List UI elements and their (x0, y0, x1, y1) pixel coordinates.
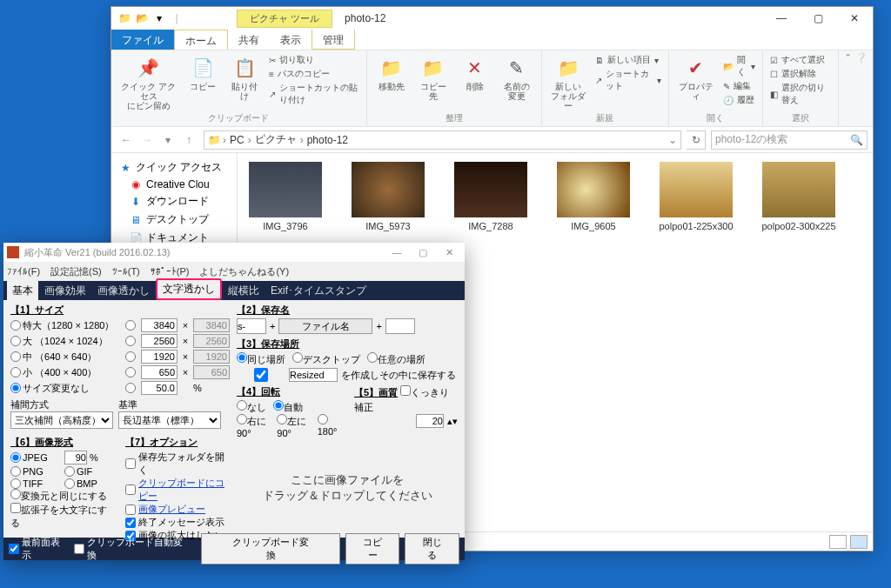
tab-manage[interactable]: 管理 (312, 30, 355, 50)
properties-button[interactable]: ✔プロパティ (676, 54, 715, 103)
file-item[interactable]: IMG_9605 (554, 162, 633, 231)
qat-dropdown-icon[interactable]: ▾ (151, 10, 167, 26)
help-icon[interactable]: ❔ (855, 52, 868, 63)
menu-channel[interactable]: よしだちゃんねる(Y) (199, 265, 289, 278)
downloads-node[interactable]: ⬇ダウンロード (115, 192, 233, 210)
refresh-button[interactable]: ↻ (687, 130, 706, 150)
drop-area[interactable]: ここに画像ファイルをドラッグ＆ドロップしてください (237, 442, 458, 534)
menu-support[interactable]: ｻﾎﾟｰﾄ(P) (151, 266, 190, 277)
upper-ext-checkbox[interactable]: 拡張子を大文字にする (10, 504, 107, 528)
create-folder-checkbox[interactable] (237, 368, 285, 382)
ribbon-collapse-icon[interactable]: ⌃ (844, 52, 852, 63)
close-button[interactable]: ✕ (836, 7, 873, 30)
size-nochange-radio[interactable]: サイズ変更なし (10, 382, 124, 395)
breadcrumb[interactable]: 📁› PC› ピクチャ› photo-12 ⌄ (204, 130, 681, 150)
recent-button[interactable]: ▾ (158, 130, 178, 150)
cut-button[interactable]: ✂切り取り (269, 54, 359, 66)
size-s-custom-radio[interactable] (125, 367, 136, 378)
preview-checkbox[interactable]: 画像プレビュー (125, 503, 228, 516)
delete-button[interactable]: ✕削除 (458, 54, 492, 93)
savename-prefix-field[interactable] (237, 318, 266, 334)
file-item[interactable]: polpo01-225x300 (657, 162, 735, 231)
move-to-button[interactable]: 📁移動先 (374, 54, 409, 93)
select-all-button[interactable]: ☑すべて選択 (770, 54, 831, 66)
format-png-radio[interactable]: PNG (10, 466, 61, 477)
history-button[interactable]: 🕗履歴 (723, 94, 755, 106)
quick-access-node[interactable]: ★クイック アクセス (115, 158, 233, 177)
base-select[interactable]: 長辺基準（標準） (118, 411, 221, 429)
loc-same-radio[interactable]: 同じ場所 (237, 352, 285, 366)
new-shortcut-button[interactable]: ↗ショートカット ▾ (595, 68, 661, 92)
pin-button[interactable]: 📌クイック アクセス にピン留め (118, 54, 178, 112)
close-app-button[interactable]: 閉じる (405, 533, 459, 565)
size-percent-radio[interactable] (125, 383, 136, 393)
maximize-button[interactable]: ▢ (800, 7, 836, 30)
file-item[interactable]: IMG_7288 (452, 162, 530, 231)
app-close-button[interactable]: ✕ (437, 247, 461, 258)
format-gif-radio[interactable]: GIF (64, 466, 115, 477)
tab-text-watermark[interactable]: 文字透かし (156, 278, 222, 300)
new-item-button[interactable]: 🗎新しい項目 ▾ (595, 54, 661, 66)
rotate-l90-radio[interactable]: 左に90° (277, 414, 310, 438)
size-l-radio[interactable]: 大 （1024 × 1024） (10, 335, 124, 348)
dropdown-icon[interactable]: ⌄ (668, 134, 677, 146)
explorer-titlebar[interactable]: 📁 📂 ▾ | ピクチャ ツール photo-12 — ▢ ✕ (111, 7, 873, 30)
size-percent-field[interactable] (141, 381, 178, 395)
size-l-custom-radio[interactable] (125, 336, 136, 346)
file-item[interactable]: IMG_3796 (246, 162, 325, 231)
edit-button[interactable]: ✎編集 (723, 80, 755, 92)
new-folder-button[interactable]: 📁新しい フォルダー (549, 54, 589, 112)
file-item[interactable]: polpo02-300x225 (760, 162, 838, 231)
file-item[interactable]: IMG_5973 (349, 162, 427, 231)
folder-name-field[interactable] (289, 368, 338, 382)
size-xl-w-field[interactable] (141, 318, 178, 332)
minimize-button[interactable]: — (763, 7, 800, 30)
open-button[interactable]: 📂開く ▾ (723, 54, 755, 78)
size-m-w-field[interactable] (141, 350, 178, 364)
tab-home[interactable]: ホーム (174, 30, 228, 50)
app-minimize-button[interactable]: — (385, 247, 409, 258)
menu-tool[interactable]: ﾂｰﾙ(T) (112, 266, 140, 277)
format-jpeg-radio[interactable]: JPEG (10, 451, 61, 464)
clipboard-copy-checkbox[interactable]: クリップボードにコピー (125, 477, 228, 503)
thumbnails-view-button[interactable] (850, 535, 868, 549)
size-m-radio[interactable]: 中 （640 × 640） (10, 351, 124, 364)
copy-button[interactable]: 📄コピー (185, 54, 220, 93)
format-bmp-radio[interactable]: BMP (64, 478, 115, 489)
copy-button[interactable]: コピー (345, 533, 400, 565)
menu-file[interactable]: ﾌｧｲﾙ(F) (7, 266, 40, 277)
back-button[interactable]: ← (117, 130, 136, 150)
jpeg-quality-field[interactable] (64, 451, 87, 464)
menu-settings[interactable]: 設定記憶(S) (50, 265, 102, 278)
topmost-checkbox[interactable]: 最前面表示 (9, 536, 69, 562)
autoclip-checkbox[interactable]: クリップボード自動変換 (74, 536, 191, 562)
format-tiff-radio[interactable]: TIFF (10, 478, 61, 489)
size-s-radio[interactable]: 小 （400 × 400） (10, 366, 124, 379)
picture-tools-context-tab[interactable]: ピクチャ ツール (237, 10, 332, 28)
rename-button[interactable]: ✎名前の 変更 (499, 54, 534, 103)
quality-value-field[interactable] (416, 414, 444, 428)
rotate-auto-radio[interactable]: 自動 (273, 400, 303, 414)
tab-image-effect[interactable]: 画像効果 (39, 281, 91, 300)
details-view-button[interactable] (829, 535, 847, 549)
tab-view[interactable]: 表示 (270, 30, 312, 50)
desktop-node[interactable]: 🖥デスクトップ (115, 210, 233, 229)
size-s-w-field[interactable] (141, 365, 178, 379)
size-xl-custom-radio[interactable] (125, 320, 136, 331)
rotate-none-radio[interactable]: なし (237, 400, 266, 414)
app-titlebar[interactable]: 縮小革命 Ver21 (build 2016.02.13) — ▢ ✕ (3, 243, 465, 262)
open-folder-checkbox[interactable]: 保存先フォルダを開く (125, 451, 228, 477)
paste-button[interactable]: 📋貼り付け (227, 54, 262, 103)
select-none-button[interactable]: ☐選択解除 (770, 68, 831, 80)
copy-to-button[interactable]: 📁コピー先 (416, 54, 451, 103)
savename-suffix-field[interactable] (385, 318, 415, 334)
tab-file[interactable]: ファイル (111, 30, 174, 50)
clipboard-convert-button[interactable]: クリップボード変換 (201, 533, 340, 565)
size-l-w-field[interactable] (141, 334, 178, 348)
forward-button[interactable]: → (137, 130, 157, 150)
rotate-r90-radio[interactable]: 右に90° (237, 414, 270, 438)
size-xl-radio[interactable]: 特大（1280 × 1280） (10, 319, 124, 332)
format-same-radio[interactable]: 変換元と同じにする (10, 491, 107, 501)
copy-path-button[interactable]: ≡パスのコピー (269, 68, 359, 80)
endmsg-checkbox[interactable]: 終了メッセージ表示 (125, 516, 228, 529)
